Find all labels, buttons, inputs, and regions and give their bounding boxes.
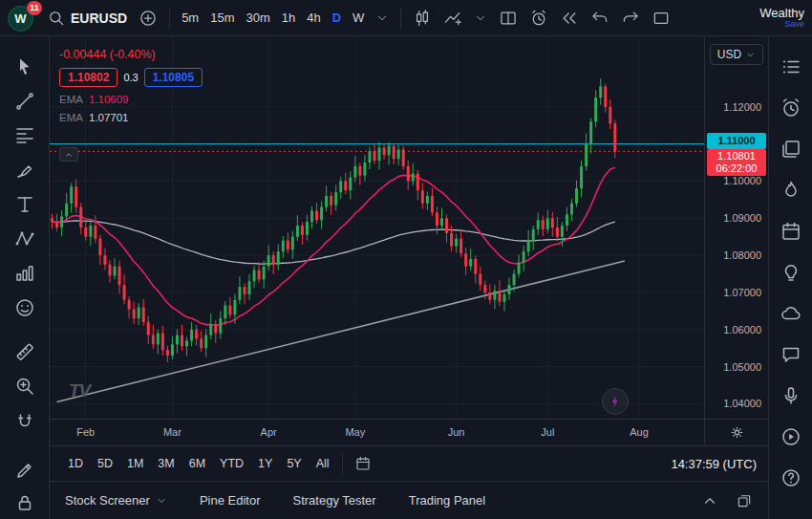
interval-button[interactable]: 30m [241, 7, 274, 29]
alerts-button[interactable] [780, 97, 802, 119]
price-axis[interactable]: USD 1.040001.050001.060001.070001.080001… [704, 36, 768, 445]
messages-button[interactable] [780, 343, 802, 366]
interval-button[interactable]: 4h [302, 7, 325, 29]
chart-style-button[interactable] [408, 5, 437, 32]
chats-button[interactable] [780, 302, 802, 325]
calendar-icon [780, 220, 802, 243]
currency-selector[interactable]: USD [710, 44, 763, 65]
chevron-down-icon [375, 11, 389, 25]
time-axis-label: Apr [261, 426, 277, 438]
symbol-search-button[interactable]: EURUSD [42, 5, 132, 32]
go-to-date-button[interactable] [349, 452, 377, 475]
calendar-button[interactable] [780, 220, 802, 243]
forecast-tool-button[interactable] [13, 262, 36, 285]
undo-button[interactable] [586, 5, 614, 32]
range-button[interactable]: 1D [61, 453, 90, 474]
price-tick-label: 1.08000 [723, 249, 761, 261]
notifications-button[interactable] [780, 384, 802, 407]
interval-button[interactable]: W [348, 7, 369, 29]
interval-button[interactable]: 5m [177, 7, 203, 29]
tab-trading-panel[interactable]: Trading Panel [409, 493, 485, 508]
broker-logo[interactable]: W 11 [8, 4, 40, 32]
range-button[interactable]: 5Y [280, 453, 308, 474]
range-button[interactable]: 5D [91, 453, 119, 474]
range-button[interactable]: All [310, 453, 336, 474]
microphone-icon [780, 384, 802, 407]
panel-maximize-button[interactable] [736, 492, 753, 509]
rewind-icon [560, 9, 579, 28]
range-button[interactable]: 1M [120, 453, 150, 474]
tab-label: Trading Panel [409, 493, 485, 508]
text-tool-button[interactable] [13, 193, 36, 216]
sell-price-button[interactable]: 1.10802 [59, 68, 118, 87]
emoji-tool-button[interactable] [13, 296, 36, 319]
range-button[interactable]: YTD [213, 453, 250, 474]
tab-pine-editor[interactable]: Pine Editor [200, 493, 261, 508]
trend-line-icon [13, 90, 36, 113]
indicators-menu-button[interactable] [469, 8, 492, 29]
range-button[interactable]: 1Y [251, 453, 279, 474]
toolbar-divider [342, 453, 343, 474]
pattern-tool-button[interactable] [13, 227, 36, 250]
range-button[interactable]: 6M [182, 453, 212, 474]
object-tree-button[interactable] [780, 138, 802, 161]
edit-mode-button[interactable] [13, 459, 36, 482]
cursor-tool-button[interactable] [13, 55, 36, 78]
quick-trade-button[interactable] [602, 388, 629, 415]
buy-price-button[interactable]: 1.10805 [144, 68, 203, 87]
interval-button[interactable]: 15m [205, 7, 239, 29]
compare-add-button[interactable] [134, 5, 162, 32]
fullscreen-button[interactable] [647, 5, 675, 32]
watchlist-button[interactable] [780, 55, 802, 78]
lock-drawings-button[interactable] [13, 491, 36, 514]
cloud-icon [780, 302, 802, 325]
pencil-icon [13, 459, 36, 482]
redo-button[interactable] [616, 5, 645, 32]
indicators-button[interactable] [438, 5, 467, 32]
panel-expand-button[interactable] [701, 492, 718, 509]
intervals-menu-button[interactable] [371, 8, 394, 29]
price-tick-column: 1.040001.050001.060001.070001.080001.090… [705, 36, 768, 419]
bar-countdown: 06:22:00 [707, 162, 766, 175]
spread-value: 0.3 [123, 72, 138, 83]
interval-button[interactable]: 1h [277, 7, 300, 29]
magnet-tool-button[interactable] [13, 411, 36, 434]
brush-tool-button[interactable] [13, 159, 36, 182]
bar-replay-button[interactable] [555, 5, 584, 32]
account-save-link[interactable]: Save [784, 20, 804, 29]
projection-bars-icon [13, 262, 36, 285]
measure-tool-button[interactable] [13, 340, 36, 363]
level-price-tag[interactable]: 1.11000 [707, 133, 766, 149]
layout-button[interactable] [494, 5, 523, 32]
range-button[interactable]: 3M [151, 453, 181, 474]
interval-button-active[interactable]: D [328, 7, 346, 29]
time-axis[interactable]: FebMarAprMayJunJulAug [50, 419, 704, 445]
lightbulb-icon [780, 261, 802, 284]
utc-clock[interactable]: 14:37:59 (UTC) [671, 457, 757, 471]
price-change: -0.00444 (-0.40%) [59, 48, 156, 61]
tab-stock-screener[interactable]: Stock Screener [65, 493, 167, 508]
account-name: Wealthy [759, 7, 804, 20]
time-axis-label: Mar [163, 426, 182, 438]
chevron-down-icon [156, 495, 167, 507]
magnifier-plus-icon [13, 375, 36, 398]
fib-retracement-tool-button[interactable] [13, 124, 36, 147]
magnet-icon [13, 411, 36, 434]
price-tick-label: 1.09000 [723, 212, 761, 224]
side-panel-toolbar [768, 36, 812, 519]
help-button[interactable] [780, 466, 802, 489]
account-menu[interactable]: Wealthy Save [759, 7, 804, 29]
chart-plot[interactable]: -0.00444 (-0.40%) 1.10802 0.3 1.10805 EM… [50, 36, 704, 419]
trend-line-tool-button[interactable] [13, 90, 36, 113]
alert-button[interactable] [524, 5, 553, 32]
gear-icon[interactable] [729, 424, 745, 441]
hotlists-button[interactable] [780, 179, 802, 202]
candlestick-icon [413, 9, 432, 28]
tab-strategy-tester[interactable]: Strategy Tester [292, 493, 375, 508]
zoom-tool-button[interactable] [13, 375, 36, 398]
legend-collapse-button[interactable] [59, 147, 78, 162]
ideas-button[interactable] [780, 261, 802, 284]
streams-button[interactable] [780, 425, 802, 448]
chart-legend: -0.00444 (-0.40%) 1.10802 0.3 1.10805 EM… [59, 48, 203, 130]
text-icon [13, 193, 36, 216]
